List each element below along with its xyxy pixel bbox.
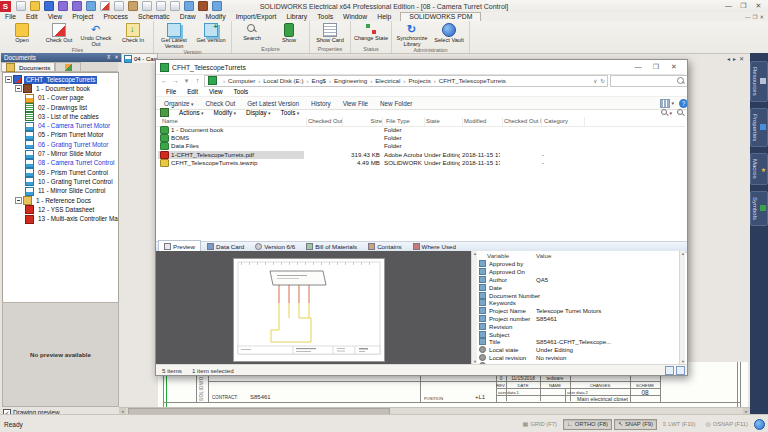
tree-item[interactable]: 04 - Camera Turret Motor (3, 121, 118, 130)
get-latest-button[interactable]: Get Latest Version (156, 22, 192, 49)
column-header-checked-out-in[interactable]: Checked Out In (502, 117, 542, 126)
sync-library-button[interactable]: Synchronize Library (394, 22, 430, 47)
select-vault-button[interactable]: Select Vault (431, 22, 467, 47)
pencil-icon[interactable] (100, 1, 110, 11)
menu-view[interactable]: View (43, 12, 68, 21)
property-row[interactable]: Project NameTelescope Turret Motors (477, 307, 673, 315)
drawing-document-tab[interactable]: 04 - Camera Turret Motor (121, 53, 158, 63)
toggle-grid[interactable]: ▦GRID (F7) (519, 419, 561, 430)
cmd-new-folder[interactable]: New Folder (380, 100, 412, 107)
tab-components[interactable] (55, 62, 81, 71)
file-row[interactable]: BOMSFolder (156, 134, 685, 142)
menu-actions-dropdown[interactable]: Actions (179, 109, 204, 116)
history-dropdown-icon[interactable]: ▾ (182, 77, 191, 85)
property-row[interactable]: Revision (477, 322, 673, 330)
menu-edit[interactable]: Edit (21, 12, 43, 21)
tab-close-icon[interactable]: ✕ (739, 55, 744, 62)
file-row[interactable]: 1-CFHT_TelescopeTurrets.pdf319.43 KBAdob… (156, 151, 685, 159)
expand-icon[interactable] (15, 85, 22, 92)
tree-item[interactable]: 12 - YSS Datasheet (3, 205, 118, 214)
search-button[interactable]: Search (234, 22, 270, 46)
details-view-icon[interactable] (665, 366, 674, 375)
breadcrumb[interactable]: ComputerLocal Disk (E:)Eng$EngineeringEl… (204, 75, 608, 87)
zoom-in-icon[interactable] (142, 1, 152, 11)
doc-restore-icon[interactable] (752, 14, 757, 20)
property-row[interactable]: Approved by (477, 260, 673, 268)
pin-icon[interactable] (105, 54, 112, 61)
breadcrumb-item[interactable]: Projects (400, 77, 430, 84)
tree-item[interactable]: 05 - Prism Turret Motor (3, 131, 118, 140)
refresh-icon[interactable]: ↻ (600, 78, 605, 84)
help-icon[interactable] (679, 99, 688, 108)
menu-importexport[interactable]: Import/Export (231, 12, 282, 21)
pdm-menu-edit[interactable]: Edit (182, 87, 203, 96)
up-icon[interactable]: ↑ (193, 77, 202, 84)
open-folder-button[interactable]: Open (4, 22, 40, 47)
pdm-close-icon[interactable] (666, 62, 682, 72)
refresh-icon[interactable] (86, 1, 96, 11)
pdm-titlebar[interactable]: CFHT_TelescopeTurrets (156, 60, 685, 75)
breadcrumb-item[interactable]: CFHT_TelescopeTurrets (431, 77, 506, 84)
open-icon[interactable] (30, 1, 40, 11)
tree-item[interactable]: 01 - Cover page (3, 94, 118, 103)
maximize-icon[interactable] (737, 1, 750, 11)
get-version-button[interactable]: Get Version (193, 22, 229, 49)
expand-icon[interactable] (5, 76, 12, 83)
property-row[interactable]: AuthorQA5 (477, 276, 673, 284)
pdm-menu-tools[interactable]: Tools (229, 87, 254, 96)
menu-tools-dropdown[interactable]: Tools (281, 109, 300, 116)
toggle-ortho[interactable]: ∟ORTHO (F8) (563, 419, 612, 430)
doc-close-icon[interactable] (759, 14, 764, 20)
search-files-icon[interactable] (677, 109, 684, 116)
toggle-osnap[interactable]: ◎OSNAP (F11) (702, 419, 752, 430)
copy-icon[interactable] (114, 1, 124, 11)
breadcrumb-item[interactable]: Local Disk (E:) (255, 77, 303, 84)
view-mode-icon[interactable] (660, 99, 670, 108)
column-header-modified[interactable]: Modified (462, 117, 503, 126)
column-header-size[interactable]: Size (340, 117, 383, 126)
check-out-button[interactable]: Check Out (41, 22, 77, 47)
undo-icon[interactable] (58, 1, 68, 11)
property-row[interactable]: TitleS85461-CFHT_Telescope... (477, 338, 673, 346)
column-header-state[interactable]: State (424, 117, 463, 126)
prop-scroll-up-icon[interactable]: ▲ (681, 251, 685, 256)
pdm-menu-file[interactable]: File (161, 87, 181, 96)
tab-solidworks-pdm[interactable]: SOLIDWORKS PDM (400, 12, 481, 21)
tree-item[interactable]: 03 - List of the cables (3, 112, 118, 121)
new-icon[interactable] (16, 1, 26, 11)
book-icon[interactable] (198, 1, 208, 11)
menu-modify-dropdown[interactable]: Modify (214, 109, 236, 116)
settings-gear-icon[interactable] (754, 419, 765, 430)
tree-item[interactable]: 10 - Grating Turret Control (3, 177, 118, 186)
pan-icon[interactable] (184, 1, 194, 11)
dock-tab-macros[interactable]: Macros (750, 153, 768, 185)
menu-project[interactable]: Project (67, 12, 98, 21)
view-mode-caret-icon[interactable]: ▾ (671, 100, 674, 106)
tree-item[interactable]: 1 - Reference Docs (3, 196, 118, 205)
menu-modify[interactable]: Modify (201, 12, 231, 21)
menu-window[interactable]: Window (338, 12, 372, 21)
address-dropdown-icon[interactable]: ∨ (593, 78, 597, 84)
menu-display-dropdown[interactable]: Display (246, 109, 271, 116)
tree-item[interactable]: 11 - Mirror Slide Control (3, 187, 118, 196)
property-row[interactable]: Project numberS85461 (477, 315, 673, 323)
show-card-button[interactable]: Show Card (312, 22, 348, 46)
preview-zoom-caret-icon[interactable]: ▾ (669, 110, 672, 116)
column-header-checked-out-by[interactable]: Checked Out By (306, 117, 343, 126)
cmd-view-file[interactable]: View File (343, 100, 368, 107)
file-row[interactable]: CFHT_TelescopeTurrets.tewzip4.49 MBSOLID… (156, 159, 685, 167)
toggle-lwt[interactable]: ≡LWT (F10) (659, 419, 700, 430)
pdm-menu-view[interactable]: View (204, 87, 228, 96)
toggle-snap[interactable]: ↖SNAP (F9) (614, 419, 657, 430)
change-state-button[interactable]: Change State (353, 22, 389, 46)
pdm-minimize-icon[interactable] (630, 62, 646, 72)
tree-item[interactable]: 06 - Grating Turret Motor (3, 140, 118, 149)
back-icon[interactable]: ← (160, 77, 169, 84)
tree-item[interactable]: 07 - Mirror Slide Motor (3, 149, 118, 158)
tree-item[interactable]: 1 - Document book (3, 84, 118, 93)
cmd-check-out[interactable]: Check Out (205, 100, 235, 107)
tree-item[interactable]: 02 - Drawings list (3, 103, 118, 112)
panel-close-icon[interactable] (113, 54, 120, 61)
paste-icon[interactable] (128, 1, 138, 11)
zoom-out-icon[interactable] (156, 1, 166, 11)
